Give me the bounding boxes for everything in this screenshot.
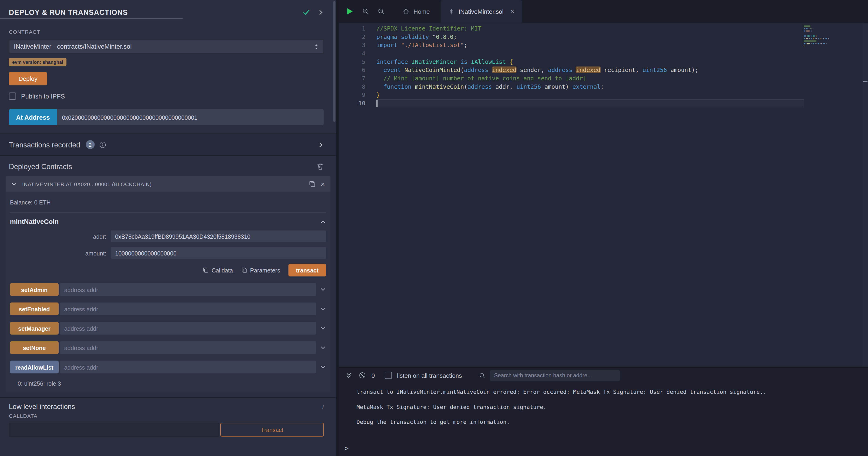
panel-scrollbar[interactable] bbox=[333, 1, 336, 122]
select-arrows-icon bbox=[314, 43, 319, 50]
code-line: event NativeCoinMinted(address indexed s… bbox=[376, 66, 804, 74]
line-numbers[interactable]: 12345678910 bbox=[339, 25, 365, 367]
expand-terminal-icon[interactable] bbox=[345, 372, 352, 379]
tab-close-icon[interactable]: × bbox=[510, 8, 514, 15]
code-line bbox=[376, 99, 804, 108]
header-underline bbox=[0, 19, 183, 19]
setManager-input[interactable] bbox=[60, 322, 316, 335]
chevron-down-icon[interactable] bbox=[320, 306, 326, 312]
chevron-right-icon[interactable] bbox=[318, 9, 324, 15]
function-row: setEnabled bbox=[10, 303, 326, 315]
chevron-down-icon[interactable] bbox=[11, 181, 17, 187]
chevron-down-icon[interactable] bbox=[320, 286, 326, 292]
tab-label: INativeMinter.sol bbox=[459, 8, 503, 15]
terminal: 0 listen on all transactions transact to… bbox=[339, 367, 868, 456]
tab-inativeminter-sol[interactable]: INativeMinter.sol × bbox=[441, 0, 522, 23]
code-line: interface INativeMinter is IAllowList { bbox=[376, 58, 804, 66]
minimap-line bbox=[804, 30, 829, 32]
setAdmin-button[interactable]: setAdmin bbox=[10, 283, 59, 296]
transactions-recorded-section[interactable]: Transactions recorded 2 bbox=[0, 134, 336, 155]
code-content[interactable]: //SPDX-License-Identifier: MITpragma sol… bbox=[365, 25, 804, 367]
param-label: addr: bbox=[10, 233, 111, 240]
zoom-in-button[interactable] bbox=[362, 8, 369, 15]
chevron-up-icon[interactable] bbox=[320, 219, 326, 225]
line-number: 5 bbox=[339, 58, 365, 66]
contract-label: CONTRACT bbox=[9, 29, 324, 35]
line-number: 3 bbox=[339, 41, 365, 49]
terminal-prompt[interactable]: > bbox=[345, 445, 349, 452]
amount-param-input[interactable] bbox=[111, 247, 326, 259]
trash-icon[interactable] bbox=[317, 163, 324, 170]
transactions-recorded-label: Transactions recorded bbox=[9, 140, 80, 149]
chevron-right-icon[interactable] bbox=[318, 142, 324, 148]
overview-ruler[interactable] bbox=[862, 23, 868, 367]
copy-calldata-button[interactable]: Calldata bbox=[203, 267, 233, 274]
terminal-logs: transact to INativeMinter.mintNativeCoin… bbox=[339, 383, 868, 426]
balance-label: Balance: 0 ETH bbox=[10, 199, 326, 206]
setManager-button[interactable]: setManager bbox=[10, 322, 59, 335]
line-number: 2 bbox=[339, 33, 365, 41]
setEnabled-button[interactable]: setEnabled bbox=[10, 303, 59, 315]
text-cursor bbox=[376, 101, 377, 107]
copy-calldata-label: Calldata bbox=[212, 267, 233, 274]
code-line: function mintNativeCoin(address addr, ui… bbox=[376, 82, 804, 91]
setNone-input[interactable] bbox=[60, 341, 316, 354]
at-address-input[interactable] bbox=[57, 109, 324, 125]
run-script-button[interactable] bbox=[345, 7, 354, 16]
listen-all-transactions-checkbox[interactable] bbox=[385, 372, 392, 379]
minimap-line bbox=[804, 38, 829, 39]
clear-console-icon[interactable] bbox=[359, 372, 366, 379]
tab-home[interactable]: Home bbox=[395, 0, 437, 23]
deployed-contract-card: INATIVEMINTER AT 0X020...00001 (BLOCKCHA… bbox=[6, 176, 331, 393]
minimap-line bbox=[804, 33, 829, 34]
calldata-input[interactable] bbox=[9, 423, 219, 436]
setEnabled-input[interactable] bbox=[60, 303, 316, 315]
minimap-line bbox=[804, 35, 829, 36]
readAllowList-input[interactable] bbox=[60, 361, 316, 374]
listen-all-transactions-label: listen on all transactions bbox=[397, 372, 462, 379]
contract-select-value: INativeMinter - contracts/INativeMinter.… bbox=[14, 43, 131, 50]
panel-resize-handle[interactable] bbox=[336, 0, 339, 456]
chevron-down-icon[interactable] bbox=[320, 325, 326, 331]
terminal-toolbar: 0 listen on all transactions bbox=[339, 368, 868, 383]
at-address-button[interactable]: At Address bbox=[9, 109, 57, 125]
close-icon[interactable]: × bbox=[321, 180, 325, 188]
minimap-line bbox=[804, 28, 829, 29]
publish-ipfs-row: Publish to IPFS bbox=[9, 92, 324, 100]
code-editor[interactable]: 12345678910 //SPDX-License-Identifier: M… bbox=[339, 23, 868, 367]
addr-param-input[interactable] bbox=[111, 231, 326, 242]
line-number: 8 bbox=[339, 82, 365, 91]
line-number: 7 bbox=[339, 74, 365, 83]
minimap-line bbox=[804, 46, 829, 47]
zoom-out-button[interactable] bbox=[377, 8, 385, 15]
contract-instance-label: INATIVEMINTER AT 0X020...00001 (BLOCKCHA… bbox=[22, 181, 152, 187]
contract-instance-header[interactable]: INATIVEMINTER AT 0X020...00001 (BLOCKCHA… bbox=[6, 176, 331, 192]
transact-button[interactable]: transact bbox=[288, 264, 326, 277]
line-number: 9 bbox=[339, 91, 365, 99]
lowlevel-transact-button[interactable]: Transact bbox=[220, 423, 324, 436]
setNone-button[interactable]: setNone bbox=[10, 341, 59, 354]
function-name: mintNativeCoin bbox=[10, 218, 59, 225]
publish-ipfs-checkbox[interactable] bbox=[9, 92, 16, 100]
low-level-interactions: Low level interactions i CALLDATA Transa… bbox=[0, 398, 336, 437]
terminal-search-input[interactable] bbox=[490, 370, 620, 381]
param-row: addr: bbox=[10, 231, 326, 242]
deploy-button[interactable]: Deploy bbox=[9, 72, 47, 85]
line-number: 6 bbox=[339, 66, 365, 74]
function-header: mintNativeCoin bbox=[10, 218, 326, 225]
minimap[interactable] bbox=[804, 25, 829, 49]
copy-icon bbox=[203, 267, 209, 273]
setAdmin-input[interactable] bbox=[60, 283, 316, 296]
copy-parameters-button[interactable]: Parameters bbox=[241, 267, 280, 274]
readAllowList-button[interactable]: readAllowList bbox=[10, 361, 59, 374]
contract-select[interactable]: INativeMinter - contracts/INativeMinter.… bbox=[9, 39, 324, 54]
info-icon[interactable]: i bbox=[322, 403, 324, 410]
param-label: amount: bbox=[10, 250, 111, 256]
copy-icon[interactable] bbox=[309, 180, 316, 187]
chevron-down-icon[interactable] bbox=[320, 364, 326, 370]
chevron-down-icon[interactable] bbox=[320, 345, 326, 351]
deployed-contracts-header: Deployed Contracts bbox=[0, 155, 336, 174]
code-line: } bbox=[376, 91, 804, 99]
transact-action-row: Calldata Parameters transact bbox=[10, 264, 326, 277]
check-icon bbox=[302, 8, 310, 16]
